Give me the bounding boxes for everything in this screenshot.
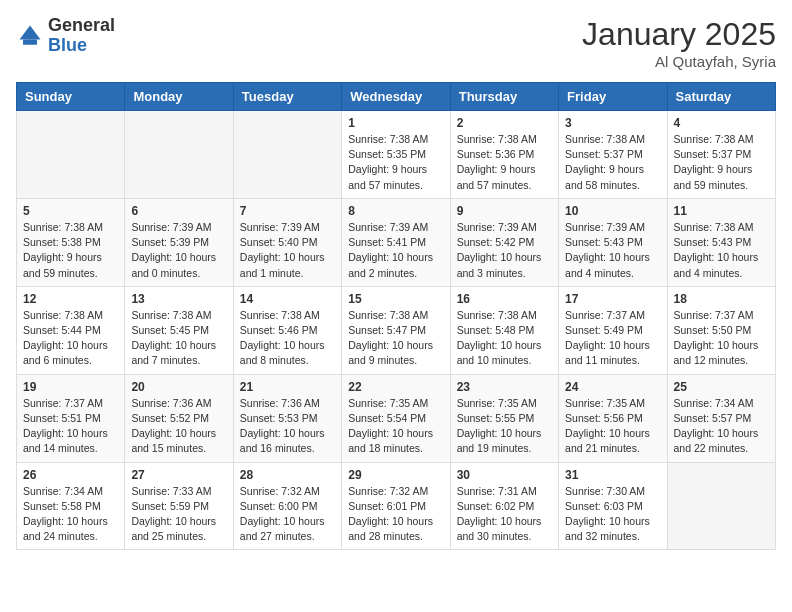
day-number: 15 — [348, 292, 443, 306]
calendar-cell: 30Sunrise: 7:31 AM Sunset: 6:02 PM Dayli… — [450, 462, 558, 550]
day-number: 2 — [457, 116, 552, 130]
day-info: Sunrise: 7:39 AM Sunset: 5:41 PM Dayligh… — [348, 220, 443, 281]
day-info: Sunrise: 7:31 AM Sunset: 6:02 PM Dayligh… — [457, 484, 552, 545]
day-header: Friday — [559, 83, 667, 111]
day-number: 28 — [240, 468, 335, 482]
calendar-cell: 28Sunrise: 7:32 AM Sunset: 6:00 PM Dayli… — [233, 462, 341, 550]
day-number: 31 — [565, 468, 660, 482]
day-info: Sunrise: 7:35 AM Sunset: 5:55 PM Dayligh… — [457, 396, 552, 457]
calendar-table: SundayMondayTuesdayWednesdayThursdayFrid… — [16, 82, 776, 550]
day-number: 17 — [565, 292, 660, 306]
calendar-title: January 2025 — [582, 16, 776, 53]
day-info: Sunrise: 7:38 AM Sunset: 5:47 PM Dayligh… — [348, 308, 443, 369]
logo: General Blue — [16, 16, 115, 56]
logo-general: General — [48, 15, 115, 35]
day-number: 14 — [240, 292, 335, 306]
calendar-cell: 16Sunrise: 7:38 AM Sunset: 5:48 PM Dayli… — [450, 286, 558, 374]
day-info: Sunrise: 7:36 AM Sunset: 5:53 PM Dayligh… — [240, 396, 335, 457]
day-info: Sunrise: 7:30 AM Sunset: 6:03 PM Dayligh… — [565, 484, 660, 545]
day-number: 30 — [457, 468, 552, 482]
calendar-cell: 29Sunrise: 7:32 AM Sunset: 6:01 PM Dayli… — [342, 462, 450, 550]
calendar-cell: 9Sunrise: 7:39 AM Sunset: 5:42 PM Daylig… — [450, 198, 558, 286]
day-number: 27 — [131, 468, 226, 482]
day-number: 22 — [348, 380, 443, 394]
day-number: 21 — [240, 380, 335, 394]
calendar-cell: 5Sunrise: 7:38 AM Sunset: 5:38 PM Daylig… — [17, 198, 125, 286]
calendar-cell: 2Sunrise: 7:38 AM Sunset: 5:36 PM Daylig… — [450, 111, 558, 199]
logo-blue: Blue — [48, 35, 87, 55]
calendar-cell: 8Sunrise: 7:39 AM Sunset: 5:41 PM Daylig… — [342, 198, 450, 286]
day-info: Sunrise: 7:33 AM Sunset: 5:59 PM Dayligh… — [131, 484, 226, 545]
day-info: Sunrise: 7:38 AM Sunset: 5:45 PM Dayligh… — [131, 308, 226, 369]
day-number: 12 — [23, 292, 118, 306]
day-number: 19 — [23, 380, 118, 394]
day-number: 1 — [348, 116, 443, 130]
day-header: Sunday — [17, 83, 125, 111]
calendar-cell: 18Sunrise: 7:37 AM Sunset: 5:50 PM Dayli… — [667, 286, 775, 374]
day-number: 11 — [674, 204, 769, 218]
day-number: 7 — [240, 204, 335, 218]
calendar-cell: 7Sunrise: 7:39 AM Sunset: 5:40 PM Daylig… — [233, 198, 341, 286]
calendar-cell: 27Sunrise: 7:33 AM Sunset: 5:59 PM Dayli… — [125, 462, 233, 550]
day-number: 20 — [131, 380, 226, 394]
day-number: 29 — [348, 468, 443, 482]
svg-marker-0 — [20, 25, 41, 39]
day-number: 23 — [457, 380, 552, 394]
calendar-header-row: SundayMondayTuesdayWednesdayThursdayFrid… — [17, 83, 776, 111]
calendar-cell: 15Sunrise: 7:38 AM Sunset: 5:47 PM Dayli… — [342, 286, 450, 374]
day-header: Monday — [125, 83, 233, 111]
calendar-cell — [125, 111, 233, 199]
day-number: 10 — [565, 204, 660, 218]
calendar-week-row: 26Sunrise: 7:34 AM Sunset: 5:58 PM Dayli… — [17, 462, 776, 550]
day-info: Sunrise: 7:39 AM Sunset: 5:43 PM Dayligh… — [565, 220, 660, 281]
day-number: 13 — [131, 292, 226, 306]
title-block: January 2025 Al Qutayfah, Syria — [582, 16, 776, 70]
day-header: Tuesday — [233, 83, 341, 111]
day-number: 16 — [457, 292, 552, 306]
day-info: Sunrise: 7:32 AM Sunset: 6:00 PM Dayligh… — [240, 484, 335, 545]
day-number: 18 — [674, 292, 769, 306]
calendar-cell: 26Sunrise: 7:34 AM Sunset: 5:58 PM Dayli… — [17, 462, 125, 550]
day-info: Sunrise: 7:38 AM Sunset: 5:35 PM Dayligh… — [348, 132, 443, 193]
day-info: Sunrise: 7:39 AM Sunset: 5:39 PM Dayligh… — [131, 220, 226, 281]
day-info: Sunrise: 7:38 AM Sunset: 5:37 PM Dayligh… — [674, 132, 769, 193]
day-info: Sunrise: 7:37 AM Sunset: 5:50 PM Dayligh… — [674, 308, 769, 369]
day-info: Sunrise: 7:39 AM Sunset: 5:42 PM Dayligh… — [457, 220, 552, 281]
calendar-subtitle: Al Qutayfah, Syria — [582, 53, 776, 70]
calendar-cell: 21Sunrise: 7:36 AM Sunset: 5:53 PM Dayli… — [233, 374, 341, 462]
day-info: Sunrise: 7:38 AM Sunset: 5:37 PM Dayligh… — [565, 132, 660, 193]
day-number: 24 — [565, 380, 660, 394]
day-number: 26 — [23, 468, 118, 482]
calendar-cell: 22Sunrise: 7:35 AM Sunset: 5:54 PM Dayli… — [342, 374, 450, 462]
calendar-cell: 23Sunrise: 7:35 AM Sunset: 5:55 PM Dayli… — [450, 374, 558, 462]
day-info: Sunrise: 7:34 AM Sunset: 5:57 PM Dayligh… — [674, 396, 769, 457]
day-info: Sunrise: 7:38 AM Sunset: 5:44 PM Dayligh… — [23, 308, 118, 369]
day-info: Sunrise: 7:38 AM Sunset: 5:36 PM Dayligh… — [457, 132, 552, 193]
calendar-cell: 19Sunrise: 7:37 AM Sunset: 5:51 PM Dayli… — [17, 374, 125, 462]
svg-rect-1 — [23, 39, 37, 44]
day-number: 25 — [674, 380, 769, 394]
calendar-cell: 17Sunrise: 7:37 AM Sunset: 5:49 PM Dayli… — [559, 286, 667, 374]
day-info: Sunrise: 7:37 AM Sunset: 5:49 PM Dayligh… — [565, 308, 660, 369]
day-info: Sunrise: 7:38 AM Sunset: 5:38 PM Dayligh… — [23, 220, 118, 281]
day-info: Sunrise: 7:38 AM Sunset: 5:48 PM Dayligh… — [457, 308, 552, 369]
day-header: Saturday — [667, 83, 775, 111]
calendar-cell: 24Sunrise: 7:35 AM Sunset: 5:56 PM Dayli… — [559, 374, 667, 462]
calendar-cell — [667, 462, 775, 550]
calendar-cell: 3Sunrise: 7:38 AM Sunset: 5:37 PM Daylig… — [559, 111, 667, 199]
logo-text: General Blue — [48, 16, 115, 56]
day-info: Sunrise: 7:35 AM Sunset: 5:56 PM Dayligh… — [565, 396, 660, 457]
calendar-week-row: 12Sunrise: 7:38 AM Sunset: 5:44 PM Dayli… — [17, 286, 776, 374]
day-header: Wednesday — [342, 83, 450, 111]
calendar-cell: 12Sunrise: 7:38 AM Sunset: 5:44 PM Dayli… — [17, 286, 125, 374]
calendar-week-row: 19Sunrise: 7:37 AM Sunset: 5:51 PM Dayli… — [17, 374, 776, 462]
calendar-cell: 13Sunrise: 7:38 AM Sunset: 5:45 PM Dayli… — [125, 286, 233, 374]
calendar-cell: 4Sunrise: 7:38 AM Sunset: 5:37 PM Daylig… — [667, 111, 775, 199]
day-info: Sunrise: 7:36 AM Sunset: 5:52 PM Dayligh… — [131, 396, 226, 457]
calendar-cell: 1Sunrise: 7:38 AM Sunset: 5:35 PM Daylig… — [342, 111, 450, 199]
calendar-cell: 31Sunrise: 7:30 AM Sunset: 6:03 PM Dayli… — [559, 462, 667, 550]
calendar-cell — [17, 111, 125, 199]
day-info: Sunrise: 7:32 AM Sunset: 6:01 PM Dayligh… — [348, 484, 443, 545]
day-header: Thursday — [450, 83, 558, 111]
day-info: Sunrise: 7:34 AM Sunset: 5:58 PM Dayligh… — [23, 484, 118, 545]
